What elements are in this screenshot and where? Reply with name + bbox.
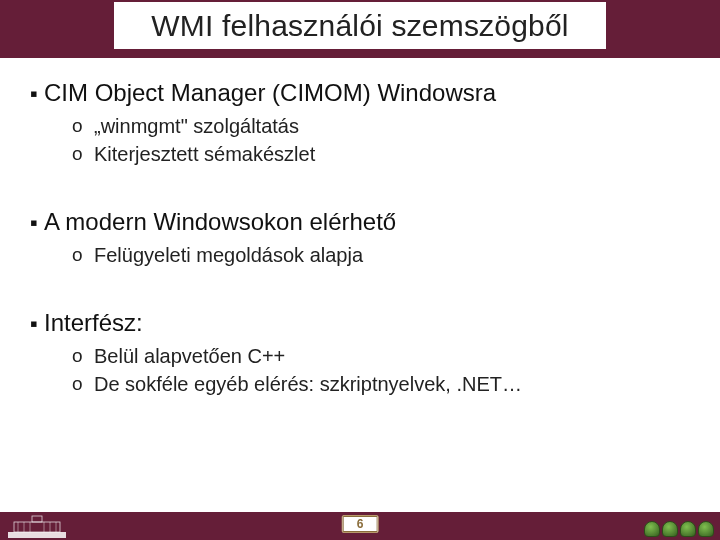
bullet-level2: o Belül alapvetően C++ <box>72 343 690 369</box>
bullet-level2: o „winmgmt" szolgáltatás <box>72 113 690 139</box>
slide-content: ▪ CIM Object Manager (CIMOM) Windowsra o… <box>0 58 720 397</box>
bullet-level1: ▪ A modern Windowsokon elérhető <box>30 207 690 238</box>
square-bullet-icon: ▪ <box>30 207 44 238</box>
bullet-level2: o Kiterjesztett sémakészlet <box>72 141 690 167</box>
circle-bullet-icon: o <box>72 371 94 397</box>
bullet-text: A modern Windowsokon elérhető <box>44 207 396 237</box>
bullet-text: De sokféle egyéb elérés: szkriptnyelvek,… <box>94 371 522 397</box>
circle-bullet-icon: o <box>72 113 94 139</box>
circle-bullet-icon: o <box>72 141 94 167</box>
circle-bullet-icon: o <box>72 343 94 369</box>
decoration-icon <box>662 521 678 537</box>
bullet-level1: ▪ Interfész: <box>30 308 690 339</box>
square-bullet-icon: ▪ <box>30 78 44 109</box>
svg-rect-1 <box>14 522 60 532</box>
bullet-level2: o De sokféle egyéb elérés: szkriptnyelve… <box>72 371 690 397</box>
bullet-level2: o Felügyeleti megoldások alapja <box>72 242 690 268</box>
title-bar: WMI felhasználói szemszögből <box>0 0 720 58</box>
decoration-icon <box>698 521 714 537</box>
footer-decorations <box>644 521 714 537</box>
spacer <box>30 167 690 201</box>
svg-rect-2 <box>32 516 42 522</box>
bullet-text: Kiterjesztett sémakészlet <box>94 141 315 167</box>
svg-rect-0 <box>8 532 66 538</box>
bullet-text: CIM Object Manager (CIMOM) Windowsra <box>44 78 496 108</box>
bullet-level1: ▪ CIM Object Manager (CIMOM) Windowsra <box>30 78 690 109</box>
spacer <box>30 268 690 302</box>
footer-logo <box>8 514 66 538</box>
circle-bullet-icon: o <box>72 242 94 268</box>
square-bullet-icon: ▪ <box>30 308 44 339</box>
slide-title: WMI felhasználói szemszögből <box>151 9 568 43</box>
slide: WMI felhasználói szemszögből ▪ CIM Objec… <box>0 0 720 540</box>
page-number-badge: 6 <box>342 515 379 533</box>
bullet-text: „winmgmt" szolgáltatás <box>94 113 299 139</box>
bullet-text: Belül alapvetően C++ <box>94 343 285 369</box>
decoration-icon <box>680 521 696 537</box>
title-container: WMI felhasználói szemszögből <box>114 2 606 52</box>
decoration-icon <box>644 521 660 537</box>
bullet-text: Felügyeleti megoldások alapja <box>94 242 363 268</box>
building-logo-icon <box>8 514 66 538</box>
bullet-text: Interfész: <box>44 308 143 338</box>
